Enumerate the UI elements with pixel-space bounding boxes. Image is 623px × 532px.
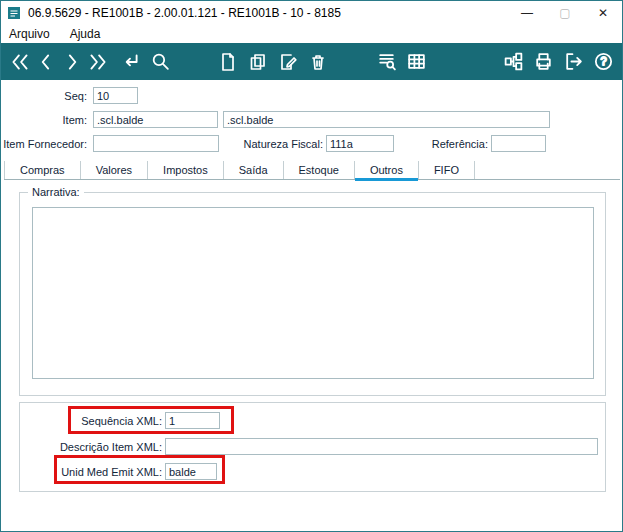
query-browse-icon[interactable] — [373, 49, 399, 75]
form-area: Seq: Item: Item Fornecedor: Natureza Fis… — [1, 80, 622, 531]
narrativa-legend: Narrativa: — [28, 186, 84, 198]
previous-record-icon[interactable] — [33, 49, 59, 75]
tab-valores[interactable]: Valores — [81, 161, 148, 179]
window-controls: — ▢ ✕ — [508, 1, 622, 25]
confirm-enter-icon[interactable] — [117, 49, 143, 75]
menu-arquivo[interactable]: Arquivo — [9, 27, 50, 41]
menu-ajuda[interactable]: Ajuda — [70, 27, 101, 41]
natureza-fiscal-label: Natureza Fiscal: — [236, 138, 323, 150]
narrativa-textarea[interactable] — [32, 207, 594, 379]
title-bar: 06.9.5629 - RE1001B - 2.00.01.121 - RE10… — [1, 1, 622, 25]
item-fornecedor-input[interactable] — [93, 135, 219, 152]
exit-icon[interactable] — [560, 49, 586, 75]
descricao-item-xml-input[interactable] — [165, 438, 598, 455]
unid-med-emit-xml-label: Unid Med Emit XML: — [20, 466, 162, 478]
narrativa-groupbox: Narrativa: — [19, 192, 606, 396]
item-fornecedor-label: Item Fornecedor: — [1, 138, 87, 150]
close-button[interactable]: ✕ — [584, 1, 622, 25]
item-label: Item: — [1, 114, 87, 126]
sequencia-xml-label: Sequência XML: — [20, 415, 162, 427]
seq-label: Seq: — [1, 90, 87, 102]
next-record-icon[interactable] — [59, 49, 85, 75]
maximize-button[interactable]: ▢ — [546, 1, 584, 25]
related-programs-icon[interactable] — [500, 49, 526, 75]
table-grid-icon[interactable] — [403, 49, 429, 75]
app-window: 06.9.5629 - RE1001B - 2.00.01.121 - RE10… — [0, 0, 623, 532]
help-icon[interactable]: ? — [590, 49, 616, 75]
first-record-icon[interactable] — [7, 49, 33, 75]
tab-strip: Compras Valores Impostos Saída Estoque O… — [4, 160, 620, 180]
descricao-item-xml-label: Descrição Item XML: — [20, 441, 162, 453]
item-code-input[interactable] — [93, 111, 218, 128]
xml-groupbox: Sequência XML: Descrição Item XML: Unid … — [19, 402, 606, 492]
natureza-fiscal-input[interactable] — [326, 135, 394, 152]
copy-document-icon[interactable] — [245, 49, 271, 75]
referencia-input[interactable] — [491, 135, 546, 152]
edit-document-icon[interactable] — [275, 49, 301, 75]
menu-bar: Arquivo Ajuda — [1, 25, 622, 43]
tab-outros[interactable]: Outros — [355, 161, 419, 179]
last-record-icon[interactable] — [85, 49, 111, 75]
seq-input[interactable] — [93, 87, 138, 104]
referencia-label: Referência: — [421, 138, 488, 150]
minimize-button[interactable]: — — [508, 1, 546, 25]
delete-icon[interactable] — [305, 49, 331, 75]
tab-impostos[interactable]: Impostos — [148, 161, 224, 179]
search-icon[interactable] — [147, 49, 173, 75]
item-description-input[interactable] — [223, 111, 550, 128]
app-icon — [7, 6, 21, 20]
tab-saida[interactable]: Saída — [224, 161, 284, 179]
unid-med-emit-xml-input[interactable] — [165, 463, 217, 480]
toolbar: ? — [1, 43, 622, 80]
tab-estoque[interactable]: Estoque — [284, 161, 355, 179]
print-icon[interactable] — [530, 49, 556, 75]
sequencia-xml-input[interactable] — [165, 412, 220, 429]
window-title: 06.9.5629 - RE1001B - 2.00.01.121 - RE10… — [28, 6, 341, 20]
new-document-icon[interactable] — [215, 49, 241, 75]
svg-text:?: ? — [600, 55, 606, 67]
tab-compras[interactable]: Compras — [4, 161, 81, 179]
tab-fifo[interactable]: FIFO — [419, 161, 475, 179]
